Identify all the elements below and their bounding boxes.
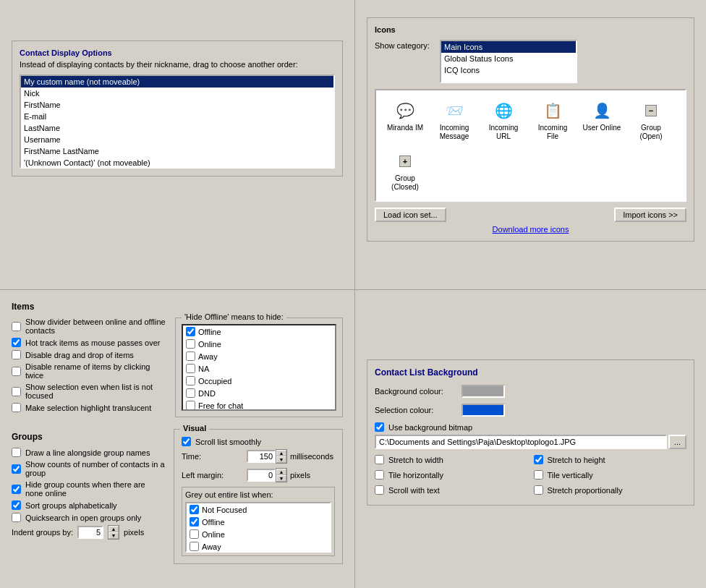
stretch-height-checkbox[interactable] (534, 455, 543, 464)
icon-group-closed: + Group (Closed) (382, 147, 428, 195)
checkbox-disable-rename: Disable rename of items by clicking twic… (12, 362, 166, 380)
filepath-input[interactable] (375, 435, 667, 449)
draw-line-checkbox[interactable] (12, 448, 21, 457)
indent-input[interactable] (77, 526, 103, 539)
group-closed-icon: + (394, 150, 417, 173)
free-for-chat-checkbox[interactable] (186, 401, 195, 410)
list-item: DND (183, 387, 335, 399)
list-item[interactable]: Username (21, 134, 333, 145)
time-label: Time: (182, 452, 247, 461)
list-item[interactable]: Nick (21, 88, 333, 99)
grey-away-checkbox[interactable] (190, 542, 199, 551)
indent-down-button[interactable]: ▼ (109, 532, 119, 539)
hot-track-checkbox[interactable] (12, 338, 21, 347)
show-counts-checkbox[interactable] (12, 464, 21, 474)
grey-out-list[interactable]: Not Focused Offline Online Away NA (185, 502, 331, 553)
quicksearch-label: Quicksearch in open groups only (25, 514, 141, 522)
incoming-file-icon: 📋 (541, 99, 564, 122)
show-selection-checkbox[interactable] (12, 387, 21, 396)
groups-section: Groups Draw a line alongside group names… (12, 432, 165, 564)
translucent-checkbox[interactable] (12, 403, 21, 412)
checkbox-draw-line: Draw a line alongside group names (12, 448, 165, 457)
category-item[interactable]: Global Status Icons (441, 53, 576, 64)
occupied-checkbox[interactable] (186, 376, 195, 385)
scroll-smoothly-checkbox[interactable] (182, 437, 191, 446)
grey-online-label: Online (202, 530, 225, 539)
hide-offline-list[interactable]: Offline Online Away NA Occupied (182, 324, 336, 411)
translucent-label: Make selection highlight translucent (25, 404, 151, 412)
list-item[interactable]: FirstName LastName (21, 145, 333, 157)
download-more-icons-link[interactable]: Download more icons (375, 225, 686, 234)
user-online-icon: 👤 (590, 99, 613, 122)
time-input[interactable] (247, 450, 276, 463)
checkbox-show-divider: Show divider between online and offline … (12, 318, 166, 335)
hide-counts-checkbox[interactable] (12, 485, 21, 494)
online-checkbox[interactable] (186, 339, 195, 349)
bg-color-label: Background colour: (375, 387, 462, 396)
groups-title: Groups (12, 432, 165, 442)
items-hide-row: Show divider between online and offline … (12, 318, 343, 417)
quicksearch-checkbox[interactable] (12, 513, 21, 522)
browse-button[interactable]: ... (668, 435, 686, 449)
checkbox-show-counts: Show counts of number of contacts in a g… (12, 460, 165, 477)
load-icon-set-button[interactable]: Load icon set... (375, 208, 446, 222)
list-item[interactable]: FirstName (21, 99, 333, 111)
sel-color-label: Selection colour: (375, 406, 462, 414)
use-bitmap-row: Use background bitmap (375, 422, 686, 432)
na-checkbox[interactable] (186, 364, 195, 373)
show-divider-checkbox[interactable] (12, 322, 21, 331)
disable-drag-checkbox[interactable] (12, 350, 21, 359)
list-item[interactable]: E-mail (21, 111, 333, 122)
stretch-width-checkbox[interactable] (375, 455, 384, 464)
disable-rename-checkbox[interactable] (12, 367, 21, 376)
list-item: Away (183, 350, 335, 362)
category-item[interactable]: Main Icons (441, 41, 576, 53)
sort-alpha-label: Sort groups alphabetically (25, 501, 117, 510)
list-item[interactable]: LastName (21, 122, 333, 134)
scroll-text-checkbox[interactable] (375, 485, 384, 495)
bottom-right-panel: Contact List Background Background colou… (354, 289, 706, 588)
checkbox-translucent: Make selection highlight translucent (12, 403, 166, 412)
category-listbox[interactable]: Main Icons Global Status Icons ICQ Icons (440, 40, 577, 83)
stretch-prop-checkbox[interactable] (534, 485, 543, 495)
stretch-height-row: Stretch to height (534, 455, 687, 464)
list-item[interactable]: '(Unknown Contact)' (not moveable) (21, 157, 333, 169)
dnd-checkbox[interactable] (186, 388, 195, 398)
top-left-panel: Contact Display Options Instead of displ… (0, 0, 354, 289)
away-checkbox[interactable] (186, 351, 195, 361)
sel-color-swatch[interactable] (462, 404, 505, 417)
use-bitmap-checkbox[interactable] (375, 422, 384, 432)
show-selection-label: Show selection even when list is not foc… (25, 383, 166, 400)
icon-group-open: − Group (Open) (628, 96, 674, 144)
margin-up-button[interactable]: ▲ (276, 469, 286, 475)
incoming-message-label: Incoming Message (434, 124, 475, 141)
left-margin-input[interactable] (247, 469, 276, 482)
time-down-button[interactable]: ▼ (276, 456, 286, 463)
sort-alpha-checkbox[interactable] (12, 500, 21, 510)
contact-display-listbox[interactable]: My custom name (not moveable) Nick First… (20, 74, 335, 169)
sel-color-row: Selection colour: (375, 404, 686, 417)
bg-color-swatch[interactable] (462, 385, 505, 398)
import-icons-button[interactable]: Import icons >> (614, 208, 686, 222)
offline-checkbox[interactable] (186, 327, 195, 336)
margin-down-button[interactable]: ▼ (276, 475, 286, 482)
list-item[interactable]: My custom name (not moveable) (21, 76, 333, 88)
time-up-button[interactable]: ▲ (276, 450, 286, 456)
dnd-label: DND (198, 389, 216, 398)
list-item: Occupied (183, 375, 335, 387)
stretch-prop-label: Stretch proportionally (548, 486, 623, 495)
tile-vert-checkbox[interactable] (534, 470, 543, 480)
indent-label: Indent groups by: (12, 528, 73, 537)
checkbox-hot-track: Hot track items as mouse passes over (12, 338, 166, 347)
top-right-panel: Icons Show category: Main Icons Global S… (354, 0, 706, 289)
grey-offline-checkbox[interactable] (190, 517, 199, 527)
icon-incoming-message: 📨 Incoming Message (431, 96, 477, 144)
not-focused-checkbox[interactable] (190, 505, 199, 514)
tile-horiz-checkbox[interactable] (375, 470, 384, 480)
contact-display-desc: Instead of displaying contacts by their … (20, 60, 335, 69)
category-item[interactable]: ICQ Icons (441, 64, 576, 76)
time-spinner: ▲ ▼ (276, 449, 287, 464)
indent-up-button[interactable]: ▲ (109, 526, 119, 532)
disable-rename-label: Disable rename of items by clicking twic… (25, 362, 166, 380)
grey-online-checkbox[interactable] (190, 529, 199, 539)
